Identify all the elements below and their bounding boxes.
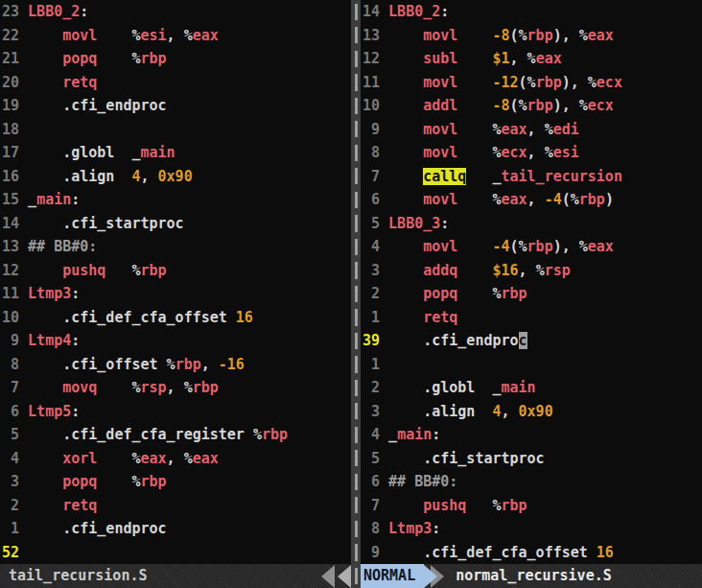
code-line[interactable]: 3 .align 4, 0x90 [363, 400, 702, 424]
code-line[interactable]: 14 LBB0_2: [363, 0, 702, 24]
code-token: Ltmp3 [388, 520, 432, 537]
code-token: 0x90 [158, 168, 193, 185]
code-line[interactable]: 9 .cfi_def_cfa_offset 16 [363, 541, 702, 565]
code-line[interactable]: 14 .cfi_startproc [2, 212, 351, 236]
code-line[interactable]: 17 .globl _main [2, 141, 351, 165]
code-line[interactable]: 5 .cfi_startproc [363, 447, 702, 471]
line-number: 1 [363, 309, 388, 326]
code-token: eax [193, 450, 219, 467]
code-line[interactable]: 10 .cfi_def_cfa_offset 16 [2, 306, 351, 330]
code-line[interactable]: 3 addq $16, %rsp [363, 259, 702, 283]
code-line[interactable]: 1 .cfi_endproc [2, 517, 351, 541]
code-token [28, 473, 62, 490]
code-token: movl [423, 238, 457, 255]
code-token: ), [553, 27, 579, 44]
code-line[interactable]: 8 .cfi_offset %rbp, -16 [2, 353, 351, 377]
code-token: retq [62, 497, 97, 514]
code-token [388, 50, 423, 67]
code-line[interactable]: 13 movl -8(%rbp), %eax [363, 24, 702, 48]
code-token [388, 121, 423, 138]
code-token [28, 450, 62, 467]
code-line[interactable]: 23 LBB0_2: [2, 0, 351, 24]
code-line[interactable]: 7 movq %rsp, %rbp [2, 376, 351, 400]
code-token: % [492, 121, 501, 138]
line-number: 11 [2, 285, 28, 302]
code-token: ), [562, 74, 588, 91]
code-line[interactable]: 8 movl %ecx, %esi [363, 141, 702, 165]
code-line[interactable]: 6 movl %eax, -4(%rbp) [363, 188, 702, 212]
line-number: 7 [363, 168, 388, 185]
code-line[interactable]: 4 movl -4(%rbp), %eax [363, 235, 702, 259]
code-line[interactable]: 52 [2, 541, 351, 565]
line-number: 13 [2, 238, 28, 255]
code-line[interactable]: 20 retq [2, 71, 351, 95]
terminal-window: 23 LBB0_2:22 movl %esi, %eax21 popq %rbp… [0, 0, 702, 588]
code-token: eax [502, 121, 527, 138]
code-token [97, 450, 131, 467]
code-line[interactable]: 6 ## BB#0: [363, 470, 702, 494]
code-token: tail_recursion [502, 168, 622, 185]
code-token: esi [141, 27, 167, 44]
code-token: % [579, 97, 588, 114]
code-line[interactable]: 2 popq %rbp [363, 282, 702, 306]
code-token [28, 50, 62, 67]
statusline-inactive[interactable]: tail_recursion.S [0, 564, 351, 588]
code-token: % [519, 27, 527, 44]
code-line[interactable]: 11 Ltmp3: [2, 282, 351, 306]
code-token [388, 238, 423, 255]
code-line[interactable]: 13 ## BB#0: [2, 235, 351, 259]
code-line[interactable]: 1 [363, 353, 702, 377]
code-line[interactable]: 2 .globl _main [363, 376, 702, 400]
code-line[interactable]: 9 movl %eax, %edi [363, 118, 702, 142]
filename-right: normal_recursive.S [456, 564, 612, 588]
code-line[interactable]: 7 callq _tail_recursion [363, 165, 702, 189]
code-line[interactable]: 11 movl -12(%rbp), %ecx [363, 71, 702, 95]
search-highlight: callq [423, 168, 466, 185]
line-number: 5 [2, 426, 28, 443]
code-line[interactable]: 1 retq [363, 306, 702, 330]
code-line[interactable]: 3 popq %rbp [2, 470, 351, 494]
code-token: , [201, 356, 219, 373]
code-token: Ltmp3 [28, 285, 71, 302]
code-token: .cfi_def_cfa_register [28, 426, 253, 443]
code-line[interactable]: 10 addl -8(%rbp), %ecx [363, 94, 702, 118]
code-token [97, 473, 131, 490]
window-separator[interactable] [351, 0, 361, 588]
line-number: 6 [363, 473, 388, 490]
code-token: .cfi_startproc [28, 215, 184, 232]
code-token [97, 27, 131, 44]
code-token: main [141, 144, 176, 161]
code-line[interactable]: 5 .cfi_def_cfa_register %rbp [2, 423, 351, 447]
line-number: 3 [363, 262, 388, 279]
code-line[interactable]: 4 xorl %eax, %eax [2, 447, 351, 471]
code-line[interactable]: 15 _main: [2, 188, 351, 212]
code-line[interactable]: 9 Ltmp4: [2, 329, 351, 353]
code-line[interactable]: 21 popq %rbp [2, 47, 351, 71]
code-line[interactable]: 6 Ltmp5: [2, 400, 351, 424]
code-token: .globl _ [28, 144, 140, 161]
code-line[interactable]: 4 _main: [363, 423, 702, 447]
code-line[interactable]: 12 pushq %rbp [2, 259, 351, 283]
statusline-active[interactable]: NORMAL normal_recursive.S [351, 564, 702, 588]
code-line[interactable]: 8 Ltmp3: [363, 517, 702, 541]
code-token: pushq [62, 262, 105, 279]
code-line[interactable]: 22 movl %esi, %eax [2, 24, 351, 48]
code-token: % [492, 285, 501, 302]
code-line[interactable]: 18 [2, 118, 351, 142]
code-line[interactable]: 39 .cfi_endproc [363, 329, 702, 353]
code-token [28, 379, 62, 396]
code-token: % [492, 191, 501, 208]
code-line[interactable]: 5 LBB0_3: [363, 212, 702, 236]
code-token [457, 191, 492, 208]
code-token: LBB0_2 [28, 3, 80, 20]
code-line[interactable]: 7 pushq %rbp [363, 494, 702, 518]
code-line[interactable]: 2 retq [2, 494, 351, 518]
code-token: , [167, 450, 184, 467]
code-line[interactable]: 19 .cfi_endproc [2, 94, 351, 118]
line-number: 5 [363, 215, 388, 232]
line-number: 5 [363, 450, 388, 467]
code-line[interactable]: 12 subl $1, %eax [363, 47, 702, 71]
code-line[interactable]: 16 .align 4, 0x90 [2, 165, 351, 189]
code-token: -8 [492, 27, 509, 44]
line-number: 6 [2, 403, 28, 420]
